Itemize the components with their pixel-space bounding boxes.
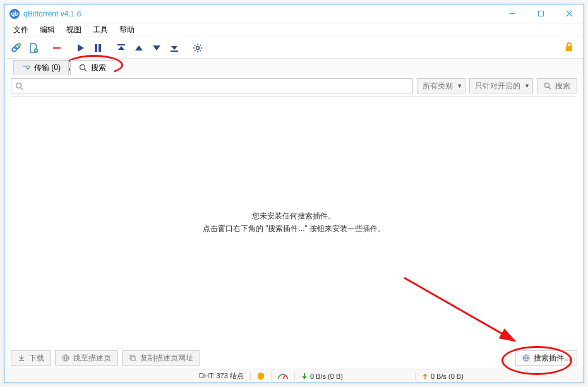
- chevron-down-icon: ▼: [457, 83, 462, 89]
- move-bottom-button[interactable]: [167, 40, 182, 56]
- speed-icon[interactable]: [274, 373, 292, 379]
- empty-message-line1: 您未安装任何搜索插件。: [203, 210, 385, 222]
- firewall-icon[interactable]: [253, 372, 268, 381]
- download-speed-value: 0 B/s (0 B): [310, 372, 343, 380]
- menu-tools[interactable]: 工具: [88, 23, 113, 37]
- upload-speed[interactable]: 0 B/s (0 B): [418, 372, 467, 380]
- tab-transfers-label: 传输 (0): [34, 63, 61, 73]
- svg-point-27: [80, 65, 85, 70]
- chevron-down-icon: ▼: [524, 83, 530, 89]
- arrow-down-icon: [301, 372, 308, 380]
- search-field[interactable]: [11, 78, 413, 93]
- titlebar: qb qBittorrent v4.1.6: [4, 4, 584, 23]
- globe-icon: [62, 354, 69, 362]
- arrow-up-icon: [422, 372, 428, 380]
- svg-rect-15: [117, 44, 125, 45]
- search-icon: [78, 64, 87, 73]
- menu-file[interactable]: 文件: [8, 23, 33, 37]
- goto-page-button-label: 跳至描述页: [73, 353, 111, 364]
- remove-button[interactable]: [49, 40, 64, 56]
- move-up-button[interactable]: [131, 40, 147, 56]
- globe-icon: [522, 354, 530, 362]
- svg-line-28: [84, 69, 87, 72]
- search-row: 所有类别 ▼ 只针对开启的 ▼ 搜索: [4, 75, 584, 97]
- empty-message: 您未安装任何搜索插件。 点击窗口右下角的 "搜索插件..." 按钮来安装一些插件…: [203, 210, 385, 235]
- goto-page-button[interactable]: 跳至描述页: [55, 350, 118, 366]
- statusbar: DHT: 373 结点 0 B/s (0 B) 0 B/s (0 B): [4, 369, 584, 383]
- copy-icon: [129, 354, 136, 362]
- svg-rect-37: [131, 357, 135, 360]
- svg-line-25: [195, 50, 196, 51]
- settings-button[interactable]: [190, 40, 205, 56]
- menu-edit[interactable]: 编辑: [35, 23, 60, 37]
- tab-search-label: 搜索: [91, 63, 106, 73]
- svg-point-17: [196, 46, 200, 49]
- upload-speed-value: 0 B/s (0 B): [431, 372, 464, 380]
- search-icon: [544, 82, 551, 90]
- svg-line-22: [195, 45, 196, 46]
- close-button[interactable]: [555, 4, 584, 23]
- tab-transfers[interactable]: 传输 (0): [13, 60, 69, 75]
- search-button[interactable]: 搜索: [537, 78, 577, 93]
- toolbar: [4, 37, 584, 59]
- svg-point-31: [545, 83, 549, 88]
- main-content: 您未安装任何搜索插件。 点击窗口右下角的 "搜索插件..." 按钮来安装一些插件…: [11, 97, 577, 347]
- transfers-icon: [21, 64, 30, 73]
- category-dropdown[interactable]: 所有类别 ▼: [417, 78, 465, 93]
- app-window: qb qBittorrent v4.1.6 文件 编辑 视图 工具 帮助: [4, 4, 584, 383]
- window-title: qBittorrent v4.1.6: [23, 9, 81, 18]
- search-input[interactable]: [27, 81, 409, 90]
- svg-rect-14: [99, 44, 101, 52]
- bottom-row: 下载 跳至描述页 复制描述页网址 搜索插件...: [4, 347, 584, 369]
- minimize-button[interactable]: [498, 4, 527, 23]
- svg-line-41: [283, 376, 285, 379]
- dht-status: DHT: 373 结点: [195, 371, 248, 381]
- move-down-button[interactable]: [149, 40, 164, 56]
- add-file-button[interactable]: [26, 40, 41, 56]
- move-top-button[interactable]: [114, 40, 129, 56]
- svg-rect-12: [53, 47, 61, 49]
- tab-search[interactable]: 搜索: [70, 60, 114, 75]
- search-plugins-button[interactable]: 搜索插件...: [515, 350, 577, 366]
- search-icon: [15, 82, 23, 90]
- add-link-button[interactable]: [8, 40, 23, 56]
- menu-help[interactable]: 帮助: [114, 23, 140, 37]
- download-icon: [18, 354, 25, 362]
- app-icon: qb: [9, 9, 20, 19]
- svg-rect-1: [539, 11, 544, 16]
- search-button-label: 搜索: [555, 81, 570, 92]
- svg-point-29: [16, 83, 21, 88]
- pause-button[interactable]: [90, 40, 105, 56]
- svg-rect-13: [95, 44, 97, 52]
- menubar: 文件 编辑 视图 工具 帮助: [4, 23, 584, 37]
- window-controls: [498, 4, 584, 23]
- svg-rect-26: [566, 46, 572, 51]
- dht-label: DHT: 373 结点: [199, 371, 244, 381]
- svg-line-30: [21, 87, 23, 90]
- svg-rect-16: [171, 51, 178, 52]
- menu-view[interactable]: 视图: [61, 23, 87, 37]
- download-button-label: 下载: [29, 353, 44, 364]
- download-button[interactable]: 下载: [11, 350, 51, 366]
- search-plugins-button-label: 搜索插件...: [534, 353, 570, 364]
- lock-icon[interactable]: [563, 41, 575, 55]
- download-speed[interactable]: 0 B/s (0 B): [297, 372, 347, 380]
- category-selected: 所有类别: [423, 81, 453, 92]
- tabstrip: 传输 (0) 搜索: [4, 59, 584, 75]
- scope-selected: 只针对开启的: [475, 81, 520, 92]
- svg-line-32: [549, 87, 551, 89]
- scope-dropdown[interactable]: 只针对开启的 ▼: [469, 78, 533, 93]
- resume-button[interactable]: [73, 40, 88, 56]
- copy-url-button[interactable]: 复制描述页网址: [122, 350, 200, 366]
- svg-line-23: [200, 50, 201, 51]
- copy-url-button-label: 复制描述页网址: [140, 353, 193, 364]
- empty-message-line2: 点击窗口右下角的 "搜索插件..." 按钮来安装一些插件。: [203, 222, 385, 235]
- maximize-button[interactable]: [527, 4, 555, 23]
- svg-line-24: [200, 45, 201, 46]
